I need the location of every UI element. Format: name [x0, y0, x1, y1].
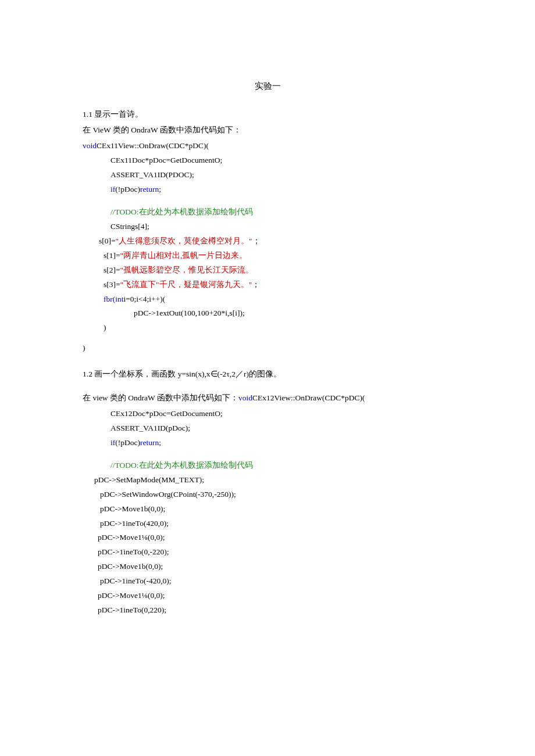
keyword-return: return; — [140, 185, 161, 194]
code-line: ASSERT_VA1ID(PDOC); — [110, 169, 452, 181]
keyword-void: void — [83, 141, 97, 150]
code-text: s[3]= — [104, 280, 120, 289]
code-text: i=0;i<4;i++)( — [124, 295, 166, 303]
string-literal: "飞流直下"千尺，疑是银河落九天。" — [120, 280, 252, 289]
code-line: CEx12Doc*pDoc=GetDocumentO; — [110, 408, 452, 420]
code-text: s[2]= — [104, 266, 120, 274]
code-line: pDC->1ineTo(0,220); — [98, 604, 452, 617]
code-line: s[3]="飞流直下"千尺，疑是银河落九天。"； — [104, 279, 452, 291]
code-line: s[1]="两岸青山相对出,孤帆一片日边来。 — [104, 250, 452, 262]
code-text: (!pDoc) — [115, 438, 140, 447]
code-text: ； — [252, 280, 260, 289]
code-line: s[0]="人生得意须尽欢，莫使金樽空对月。"； — [99, 235, 452, 248]
section-2-intro: 在 view 类的 OndraW 函数中添加代码如下：voidCEx12View… — [83, 392, 452, 404]
code-comment: //TODO:在此处为本机数据添加绘制代码 — [110, 460, 452, 472]
code-line: pDC->SetMapMode(MM_TEXT); — [94, 474, 452, 486]
code-text: CEx11View::OnDraw(CDC*pDC)( — [97, 141, 209, 150]
code-comment: //TODO:在此处为本机数据添加绘制代码 — [110, 206, 452, 218]
code-line: pDC->Move1b(0,0); — [100, 503, 452, 515]
code-text: s[0]= — [99, 237, 116, 245]
string-literal: "人生得意须尽欢，莫使金樽空对月。" — [116, 237, 252, 245]
document-page: 实验一 1.1 显示一首诗。 在 VieW 类的 OndraW 函数中添加代码如… — [0, 0, 535, 617]
code-line: CStrings[4]; — [110, 221, 452, 233]
keyword-void: void — [238, 393, 252, 402]
keyword-for-int: fbr(int — [104, 295, 124, 303]
code-line: pDC->Move1⅛(0,0); — [98, 532, 452, 544]
code-line: pDC->1ineTo(0,-220); — [98, 546, 452, 558]
keyword-return: return; — [140, 438, 161, 447]
code-line: pDC->SetWindowOrg(CPoint(-370,-250)); — [100, 489, 452, 501]
string-literal: "两岸青山相对出,孤帆一片日边来。 — [120, 251, 248, 260]
code-line: pDC->Move1b(0,0); — [98, 561, 452, 573]
intro-text: 在 view 类的 OndraW 函数中添加代码如下： — [83, 393, 238, 402]
code-text: CEx12View::OnDraw(CDC*pDC)( — [252, 393, 365, 402]
code-line: ) — [83, 342, 452, 354]
code-line: pDC->1ineTo(-420,0); — [100, 575, 452, 587]
code-line: pDC->1ineTo(420,0); — [100, 518, 452, 530]
code-line: if(!pDoc)return; — [110, 184, 452, 196]
code-text: s[1]= — [104, 251, 120, 260]
keyword-if: if — [110, 185, 115, 194]
code-text: ； — [252, 237, 261, 245]
code-line: voidCEx11View::OnDraw(CDC*pDC)( — [83, 140, 452, 152]
section-1-intro: 在 VieW 类的 OndraW 函数中添加代码如下： — [83, 124, 452, 137]
code-text: (!pDoc) — [115, 185, 140, 194]
code-line: fbr(inti=0;i<4;i++)( — [104, 293, 452, 306]
code-line: if(!pDoc)return; — [110, 437, 452, 449]
code-line: pDC->Move1⅛(0,0); — [98, 590, 452, 602]
code-line: CEx11Doc*pDoc=GetDocumentO; — [110, 155, 452, 167]
page-title: 实验一 — [83, 80, 452, 92]
string-literal: "孤帆远影碧空尽，惟见长江天际流。 — [120, 266, 254, 274]
section-2-heading: 1.2 画一个坐标系，画函数 y=sin(x),x∈(-2τ,2／r)的图像。 — [83, 368, 452, 381]
code-line: pDC->1extOut(100,100+20*i,s[i]); — [134, 307, 452, 320]
code-line: ) — [104, 322, 452, 334]
code-line: ASSERT_VA1ID(pDoc); — [110, 422, 452, 435]
section-1-heading: 1.1 显示一首诗。 — [83, 109, 452, 121]
keyword-if: if — [110, 438, 115, 447]
code-line: s[2]="孤帆远影碧空尽，惟见长江天际流。 — [104, 264, 452, 277]
